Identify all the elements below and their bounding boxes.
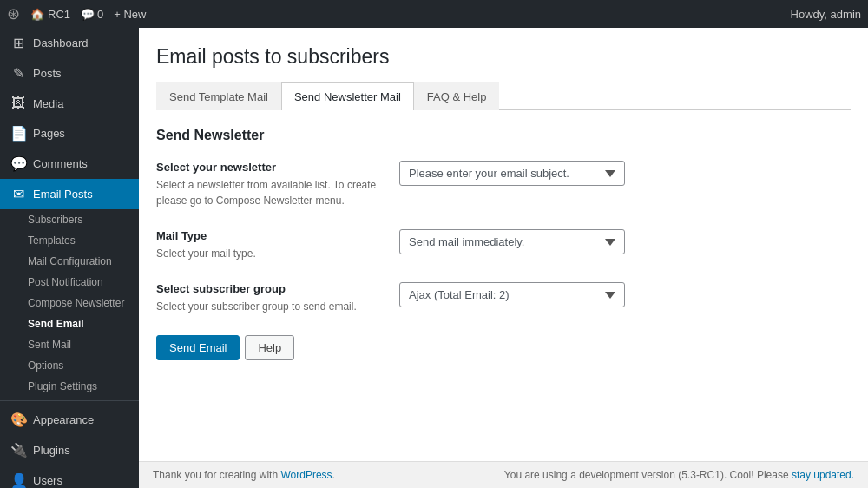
new-item-button[interactable]: + New — [114, 8, 146, 21]
submenu-item-post-notification[interactable]: Post Notification — [0, 272, 139, 293]
posts-icon: ✎ — [10, 65, 26, 82]
subscriber-group-select[interactable]: Ajax (Total Email: 2) — [399, 282, 625, 307]
pages-icon: 📄 — [10, 125, 26, 142]
sidebar-item-media[interactable]: 🖼 Media — [0, 89, 139, 118]
sidebar-item-pages[interactable]: 📄 Pages — [0, 118, 139, 148]
sidebar-item-users[interactable]: 👤 Users — [0, 465, 139, 488]
submenu-item-mail-configuration[interactable]: Mail Configuration — [0, 251, 139, 272]
newsletter-row: Select your newsletter Select a newslett… — [156, 161, 851, 208]
help-button[interactable]: Help — [245, 335, 294, 360]
newsletter-label: Select your newsletter — [156, 161, 385, 174]
subscriber-group-description: Select your subscriber group to send ema… — [156, 299, 385, 314]
footer-left: Thank you for creating with WordPress. — [153, 469, 335, 481]
comments-icon: 💬 — [10, 155, 26, 172]
stay-updated-link[interactable]: stay updated. — [792, 469, 854, 481]
email-posts-icon: ✉ — [10, 186, 26, 202]
mail-type-control: Send mail immediately. — [399, 229, 851, 254]
mail-type-row: Mail Type Select your mail type. Send ma… — [156, 229, 851, 261]
footer-right: You are using a development version (5.3… — [504, 469, 854, 481]
comment-bubble-icon: 💬 — [81, 8, 95, 21]
wp-logo-icon[interactable]: ⊛ — [7, 4, 20, 23]
media-icon: 🖼 — [10, 96, 26, 111]
sidebar-item-dashboard[interactable]: ⊞ Dashboard — [0, 28, 139, 58]
plugins-icon: 🔌 — [10, 442, 26, 458]
admin-sidebar: ⊞ Dashboard ✎ Posts 🖼 Media 📄 Pages 💬 Co… — [0, 28, 139, 488]
newsletter-control: Please enter your email subject. — [399, 161, 851, 186]
subscriber-group-row: Select subscriber group Select your subs… — [156, 282, 851, 314]
wordpress-link[interactable]: WordPress — [280, 469, 332, 481]
wp-footer: Thank you for creating with WordPress. Y… — [139, 461, 868, 488]
sidebar-item-appearance[interactable]: 🎨 Appearance — [0, 405, 139, 435]
users-icon: 👤 — [10, 472, 26, 488]
section-title: Send Newsletter — [156, 128, 851, 143]
howdy-text: Howdy, admin — [791, 8, 861, 21]
appearance-icon: 🎨 — [10, 412, 26, 428]
mail-type-select[interactable]: Send mail immediately. — [399, 229, 625, 254]
submenu-item-compose-newsletter[interactable]: Compose Newsletter — [0, 293, 139, 313]
subscriber-group-label: Select subscriber group — [156, 282, 385, 295]
sidebar-item-posts[interactable]: ✎ Posts — [0, 58, 139, 89]
submenu-item-options[interactable]: Options — [0, 355, 139, 376]
tab-send-newsletter-mail[interactable]: Send Newsletter Mail — [281, 82, 414, 110]
sidebar-item-plugins[interactable]: 🔌 Plugins — [0, 435, 139, 465]
mail-type-description: Select your mail type. — [156, 246, 385, 261]
page-title: Email posts to subscribers — [156, 45, 851, 69]
site-name[interactable]: 🏠 RC1 — [30, 8, 70, 21]
comments-count[interactable]: 💬 0 — [81, 8, 103, 21]
newsletter-select[interactable]: Please enter your email subject. — [399, 161, 625, 186]
dashboard-icon: ⊞ — [10, 35, 26, 51]
home-icon: 🏠 — [30, 8, 44, 21]
admin-bar: ⊛ 🏠 RC1 💬 0 + New Howdy, admin — [0, 0, 868, 28]
submenu-item-subscribers[interactable]: Subscribers — [0, 209, 139, 230]
main-content: Email posts to subscribers Send Template… — [139, 28, 868, 488]
newsletter-description: Select a newsletter from available list.… — [156, 177, 385, 208]
submenu-item-templates[interactable]: Templates — [0, 230, 139, 251]
subscriber-group-control: Ajax (Total Email: 2) — [399, 282, 851, 307]
tab-bar: Send Template Mail Send Newsletter Mail … — [156, 82, 851, 110]
submenu-item-sent-mail[interactable]: Sent Mail — [0, 334, 139, 355]
submenu-item-plugin-settings[interactable]: Plugin Settings — [0, 376, 139, 397]
sidebar-item-comments[interactable]: 💬 Comments — [0, 148, 139, 179]
button-row: Send Email Help — [156, 335, 851, 360]
sidebar-item-email-posts[interactable]: ✉ Email Posts — [0, 179, 139, 209]
submenu-item-send-email[interactable]: Send Email — [0, 313, 139, 334]
send-email-button[interactable]: Send Email — [156, 335, 240, 360]
tab-faq-help[interactable]: FAQ & Help — [414, 82, 500, 110]
tab-send-template-mail[interactable]: Send Template Mail — [156, 82, 281, 110]
mail-type-label: Mail Type — [156, 229, 385, 242]
